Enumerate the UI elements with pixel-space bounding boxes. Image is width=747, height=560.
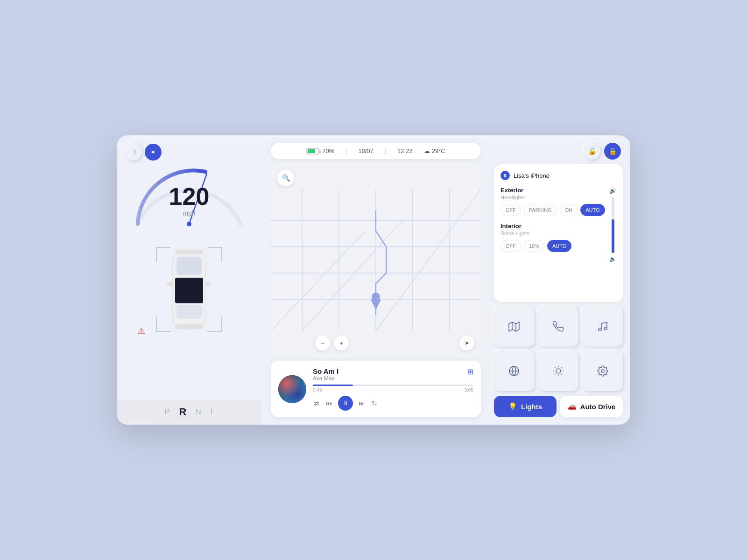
cast-button[interactable]: ⊞ — [467, 367, 473, 376]
svg-point-40 — [601, 370, 604, 372]
music-player: So Am I Ava Max 0:49 3:05 ⇄ ⏮ ⏸ ⏭ ↻ ⊞ — [271, 361, 481, 417]
lightbulb-icon: 💡 — [508, 402, 517, 411]
music-info: So Am I Ava Max 0:49 3:05 ⇄ ⏮ ⏸ ⏭ ↻ — [313, 367, 473, 411]
status-date: 10/07 — [358, 147, 374, 154]
svg-point-27 — [599, 328, 601, 331]
svg-rect-8 — [167, 282, 173, 286]
svg-line-35 — [561, 374, 562, 374]
unlock-button[interactable]: 🔓 — [584, 143, 600, 160]
sun-theme-btn[interactable]: ✦ — [145, 144, 162, 161]
car-top-view — [163, 245, 215, 334]
exterior-lights-section: Exterior Headlights OFF PARKING ON AUTO — [500, 187, 616, 216]
weather-info: ☁ 29°C — [424, 147, 445, 154]
svg-rect-9 — [205, 282, 211, 286]
map-tile-button[interactable] — [494, 307, 535, 347]
phone-icon — [553, 321, 564, 332]
zoom-out-button[interactable]: − — [315, 336, 330, 350]
exterior-auto-btn[interactable]: AUTO — [580, 204, 605, 216]
map-zoom-controls: − + — [315, 336, 349, 350]
car-view: ⚠ — [147, 238, 231, 341]
interior-off-btn[interactable]: OFF — [500, 240, 521, 252]
sun-icon: ✦ — [150, 148, 156, 156]
brightness-icon — [553, 365, 564, 377]
interior-auto-btn[interactable]: AUTO — [547, 240, 571, 252]
music-controls: ⇄ ⏮ ⏸ ⏭ ↻ — [313, 396, 473, 411]
exterior-subtitle: Headlights — [500, 195, 616, 200]
interior-title: Interior — [500, 223, 616, 230]
music-tile-button[interactable] — [582, 307, 623, 347]
left-panel: ☽ ✦ — [117, 135, 261, 425]
unlock-icon: 🔓 — [588, 147, 596, 155]
theme-toggle: ☽ ✦ — [125, 144, 162, 161]
status-bar: 70% | 10/07 | 12:22 ☁ 29°C — [271, 143, 481, 159]
exterior-parking-btn[interactable]: PARKING — [524, 204, 557, 216]
settings-tile-button[interactable] — [582, 350, 623, 391]
interior-btn-group: OFF 10% AUTO — [500, 240, 616, 252]
battery-percentage: 70% — [322, 147, 334, 154]
prev-button[interactable]: ⏮ — [325, 399, 333, 408]
search-icon: 🔍 — [282, 174, 290, 182]
svg-line-34 — [555, 367, 555, 368]
svg-point-1 — [187, 222, 191, 226]
progress-fill — [313, 385, 353, 386]
globe-tile-button[interactable] — [494, 350, 535, 391]
svg-rect-6 — [175, 250, 203, 254]
navigate-icon: ➤ — [465, 340, 469, 346]
interior-10pct-btn[interactable]: 10% — [524, 240, 544, 252]
gear-p: P — [165, 408, 171, 416]
progress-bar[interactable] — [313, 385, 473, 386]
moon-theme-btn[interactable]: ☽ — [125, 144, 142, 161]
lock-button[interactable]: 🔒 — [604, 143, 621, 160]
play-pause-button[interactable]: ⏸ — [338, 396, 353, 411]
volume-high-icon: 🔊 — [609, 188, 616, 194]
speed-number: 120 — [169, 184, 210, 209]
bluetooth-header: B Lisa's iPhone — [500, 171, 616, 180]
temperature: 29°C — [432, 147, 445, 154]
zoom-in-button[interactable]: + — [334, 336, 349, 350]
svg-line-19 — [271, 231, 366, 331]
slider-track — [612, 197, 614, 253]
divider-2: | — [385, 148, 386, 154]
map-search-button[interactable]: 🔍 — [277, 169, 294, 186]
speedometer: 120 mph — [124, 159, 254, 233]
phone-tile-button[interactable] — [538, 307, 579, 347]
music-title: So Am I — [313, 367, 473, 375]
progress-times: 0:49 3:05 — [313, 388, 473, 393]
exterior-off-btn[interactable]: OFF — [500, 204, 521, 216]
lights-main-button[interactable]: 💡 Lights — [494, 396, 557, 417]
exterior-btn-group: OFF PARKING ON AUTO — [500, 204, 616, 216]
repeat-button[interactable]: ↻ — [371, 399, 378, 408]
next-button[interactable]: ⏭ — [358, 399, 366, 408]
svg-rect-7 — [175, 324, 203, 329]
car-icon: 🚗 — [568, 402, 577, 411]
middle-panel: 70% | 10/07 | 12:22 ☁ 29°C — [261, 135, 490, 425]
alert-indicator: ⚠ — [138, 325, 145, 336]
svg-rect-5 — [176, 305, 202, 319]
weather-icon: ☁ — [424, 147, 430, 154]
speed-value: 120 mph — [169, 184, 210, 217]
svg-point-31 — [556, 369, 561, 373]
svg-rect-3 — [176, 257, 202, 275]
svg-line-21 — [376, 189, 481, 331]
music-note-icon — [597, 321, 608, 332]
battery-section: 70% — [306, 147, 334, 154]
bt-symbol: B — [504, 173, 507, 178]
auto-drive-button[interactable]: 🚗 Auto Drive — [560, 396, 623, 417]
svg-point-23 — [372, 293, 380, 301]
bluetooth-device: Lisa's iPhone — [514, 172, 550, 179]
globe-icon — [508, 365, 520, 377]
current-time: 0:49 — [313, 388, 322, 393]
exterior-on-btn[interactable]: ON — [560, 204, 578, 216]
slider-fill — [612, 219, 614, 253]
map-area[interactable]: 🔍 − + ➤ — [271, 163, 481, 357]
lights-control-panel: B Lisa's iPhone 🔊 🔈 Exterior Headlights … — [494, 164, 623, 302]
navigation-button[interactable]: ➤ — [459, 336, 474, 350]
top-icons: 🔓 🔒 — [494, 143, 623, 160]
moon-icon: ☽ — [131, 148, 137, 156]
volume-slider[interactable]: 🔊 🔈 — [609, 188, 616, 262]
lights-label: Lights — [521, 403, 542, 411]
exterior-title: Exterior — [500, 187, 616, 194]
svg-marker-24 — [509, 322, 519, 331]
brightness-tile-button[interactable] — [538, 350, 579, 391]
shuffle-button[interactable]: ⇄ — [313, 399, 320, 408]
